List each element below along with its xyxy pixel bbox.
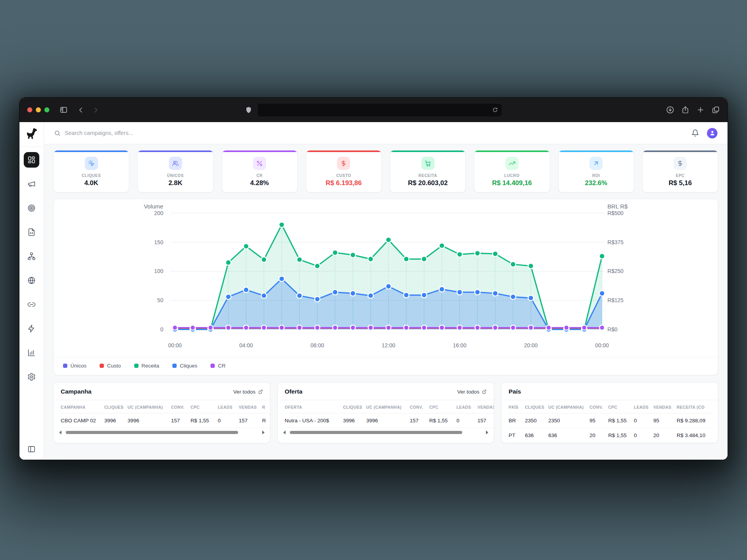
ver-todos-link[interactable]: Ver todos [233,389,263,395]
zoom-button[interactable] [44,107,49,112]
column-header: UC (CAMPANHA) [366,400,410,413]
bell-icon[interactable] [691,129,699,137]
search-icon [54,130,61,136]
table-card-header: OfertaVer todos [278,383,494,400]
column-header: CLIQUES [104,400,128,413]
scroll-right-arrow[interactable] [262,430,265,434]
sidebar-item-funnels[interactable] [24,248,39,264]
dollar-icon [340,160,347,167]
kpi-label: RECEITA [390,173,465,178]
scroll-left-arrow[interactable] [59,430,61,434]
table-cell: R [262,413,270,428]
legend-item-cr[interactable]: CR [210,363,226,369]
legend-item-custo[interactable]: Custo [100,363,121,369]
new-tab-icon[interactable] [696,106,705,114]
table-cell: 95 [589,413,608,428]
panel-left-icon [27,445,36,453]
legend-label: Cliques [180,363,197,369]
legend-item-receita[interactable]: Receita [134,363,160,369]
table-card-header: País [502,383,718,400]
share-icon[interactable] [681,106,689,114]
kpi-label: CLIQUES [54,173,129,178]
table-cell: 2350 [525,413,548,428]
scrollbar-thumb[interactable] [66,431,238,434]
sidebar-collapse-button[interactable] [27,445,36,455]
scrollbar-track[interactable] [288,431,484,434]
svg-text:16:00: 16:00 [453,342,466,348]
table-cell: 0 [634,413,653,428]
minimize-button[interactable] [36,107,41,112]
link-icon [27,300,36,309]
legend-item-cliques[interactable]: Cliques [172,363,197,369]
data-table: PAÍSCLIQUESUC (CAMPANHA)CONV.CPCLEADSVEN… [509,400,714,443]
kpi-card-epc: EPCR$ 5,16 [642,150,718,192]
column-header: LEADS [456,400,477,413]
legend-swatch [100,364,104,368]
legend-swatch [134,364,139,368]
external-icon [258,389,263,394]
legend-label: CR [218,363,226,369]
summary-tables: CampanhaVer todosCAMPANHACLIQUESUC (CAMP… [53,382,718,443]
table-title: Oferta [285,388,303,395]
reload-icon[interactable] [492,107,498,113]
browser-sidebar-icon [60,106,68,114]
kpi-value: 4.28% [222,179,297,187]
sidebar-item-dashboard[interactable] [24,152,39,168]
kpi-label: CR [222,173,297,178]
kpi-icon-chip [253,157,266,170]
kpi-accent-bar [559,150,634,152]
sidebar-item-settings[interactable] [24,369,39,385]
column-header: LEADS [218,400,239,413]
table-cell: R$ 9.288,09 [677,413,714,428]
tab-overview-icon[interactable] [712,106,720,114]
user-icon [709,130,715,136]
chevron-right-icon [92,106,100,114]
scrollbar-thumb[interactable] [290,431,462,434]
back-icon[interactable] [77,106,85,114]
scroll-right-arrow[interactable] [486,430,488,434]
sidebar-item-links[interactable] [24,297,39,312]
url-input[interactable] [261,107,492,113]
desktop-backdrop: CLIQUES4.0KÚNICOS2.8KCR4.28%CUSTOR$ 6.19… [0,0,747,560]
scrollbar-track[interactable] [64,431,260,434]
table-cell: PT [509,428,525,443]
sitemap-icon [27,252,36,261]
share-icon [681,106,689,114]
kpi-icon-chip [673,157,687,170]
close-button[interactable] [27,107,32,112]
sidebar-item-domains[interactable] [24,273,39,288]
kpi-accent-bar [390,150,465,152]
forward-icon[interactable] [92,106,100,114]
horizontal-scrollbar[interactable] [59,430,265,435]
legend-item-únicos[interactable]: Únicos [63,363,86,369]
horizontal-scrollbar[interactable] [283,430,489,435]
sidebar-item-automation[interactable] [24,321,39,336]
scroll-left-arrow[interactable] [283,430,286,434]
kpi-accent-bar [138,150,213,152]
data-table: CAMPANHACLIQUESUC (CAMPANHA)CONV.CPCLEAD… [61,400,270,428]
kpi-value: R$ 6.193,86 [306,179,381,187]
sidebar-item-scripts[interactable] [24,224,39,240]
sidebar-toggle-icon[interactable] [60,106,68,114]
svg-text:08:00: 08:00 [310,342,324,348]
dog-icon [25,127,38,140]
sidebar-item-reports[interactable] [24,345,39,360]
column-header: VENDAS [239,400,262,413]
kpi-card-receita: RECEITAR$ 20.603,02 [390,150,466,192]
download-icon[interactable] [666,106,674,114]
ver-todos-link[interactable]: Ver todos [457,389,487,395]
sidebar-item-campaigns[interactable] [24,176,39,192]
traffic-chart: 0R$050R$125100R$250150R$375200R$500Volum… [54,199,718,357]
kpi-value: R$ 5,16 [643,179,718,187]
kpi-value: 232.6% [559,179,634,187]
user-avatar[interactable] [707,128,717,138]
column-header: UC (CAMPANHA) [548,400,589,413]
sidebar-item-tracking[interactable] [24,200,39,216]
url-field[interactable] [257,103,502,117]
kpi-icon-chip [421,157,435,170]
search-input[interactable] [65,130,228,136]
svg-text:R$375: R$375 [607,239,623,245]
kpi-value: 2.8K [138,179,213,187]
svg-text:R$500: R$500 [607,210,623,216]
kpi-card-únicos: ÚNICOS2.8K [137,150,213,192]
